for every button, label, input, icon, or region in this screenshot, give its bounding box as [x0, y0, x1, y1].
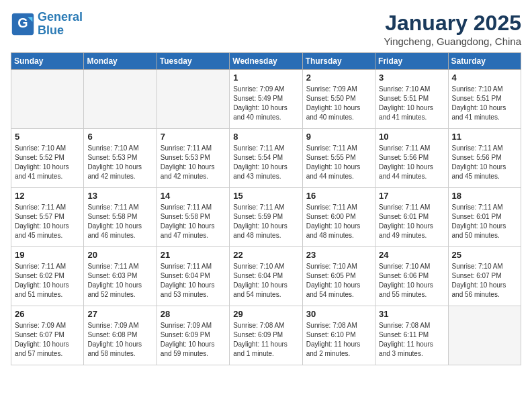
calendar-cell: [448, 306, 521, 365]
day-number: 8: [233, 132, 298, 142]
weekday-header: Monday: [84, 53, 157, 70]
cell-info: Sunrise: 7:11 AM Sunset: 6:01 PM Dayligh…: [379, 203, 444, 240]
calendar-cell: 3Sunrise: 7:10 AM Sunset: 5:51 PM Daylig…: [375, 70, 448, 129]
cell-info: Sunrise: 7:11 AM Sunset: 5:58 PM Dayligh…: [87, 203, 152, 240]
day-number: 2: [306, 73, 371, 83]
location: Yingcheng, Guangdong, China: [384, 36, 521, 47]
day-number: 11: [452, 132, 517, 142]
day-number: 12: [15, 191, 80, 201]
calendar-week-row: 19Sunrise: 7:11 AM Sunset: 6:02 PM Dayli…: [11, 247, 521, 306]
day-number: 27: [87, 309, 152, 319]
cell-info: Sunrise: 7:10 AM Sunset: 5:51 PM Dayligh…: [452, 85, 517, 122]
cell-info: Sunrise: 7:11 AM Sunset: 5:57 PM Dayligh…: [15, 203, 80, 240]
svg-text:G: G: [17, 15, 28, 30]
calendar-cell: 9Sunrise: 7:11 AM Sunset: 5:55 PM Daylig…: [302, 129, 375, 188]
calendar-cell: 13Sunrise: 7:11 AM Sunset: 5:58 PM Dayli…: [84, 188, 157, 247]
weekday-header: Saturday: [448, 53, 521, 70]
month-title: January 2025: [384, 11, 521, 36]
cell-info: Sunrise: 7:11 AM Sunset: 6:02 PM Dayligh…: [15, 262, 80, 300]
day-number: 9: [306, 132, 371, 142]
cell-info: Sunrise: 7:11 AM Sunset: 6:03 PM Dayligh…: [87, 262, 152, 300]
calendar-cell: 10Sunrise: 7:11 AM Sunset: 5:56 PM Dayli…: [375, 129, 448, 188]
calendar-week-row: 1Sunrise: 7:09 AM Sunset: 5:49 PM Daylig…: [11, 70, 521, 129]
calendar-cell: 22Sunrise: 7:10 AM Sunset: 6:04 PM Dayli…: [230, 247, 302, 306]
logo: G General Blue: [11, 11, 83, 38]
day-number: 23: [306, 250, 371, 260]
calendar-cell: 21Sunrise: 7:11 AM Sunset: 6:04 PM Dayli…: [157, 247, 229, 306]
cell-info: Sunrise: 7:11 AM Sunset: 5:56 PM Dayligh…: [379, 144, 444, 181]
calendar-week-row: 26Sunrise: 7:09 AM Sunset: 6:07 PM Dayli…: [11, 306, 521, 365]
calendar-cell: 17Sunrise: 7:11 AM Sunset: 6:01 PM Dayli…: [375, 188, 448, 247]
calendar-cell: 12Sunrise: 7:11 AM Sunset: 5:57 PM Dayli…: [11, 188, 84, 247]
calendar-cell: 18Sunrise: 7:11 AM Sunset: 6:01 PM Dayli…: [448, 188, 521, 247]
calendar-cell: 19Sunrise: 7:11 AM Sunset: 6:02 PM Dayli…: [11, 247, 84, 306]
cell-info: Sunrise: 7:11 AM Sunset: 5:59 PM Dayligh…: [233, 203, 298, 240]
day-number: 5: [15, 132, 80, 142]
day-number: 7: [161, 132, 226, 142]
cell-info: Sunrise: 7:10 AM Sunset: 6:05 PM Dayligh…: [306, 262, 371, 300]
cell-info: Sunrise: 7:11 AM Sunset: 5:56 PM Dayligh…: [452, 144, 517, 181]
calendar-week-row: 5Sunrise: 7:10 AM Sunset: 5:52 PM Daylig…: [11, 129, 521, 188]
day-number: 14: [161, 191, 226, 201]
calendar-cell: [157, 70, 229, 129]
day-number: 31: [379, 309, 444, 319]
calendar-cell: 2Sunrise: 7:09 AM Sunset: 5:50 PM Daylig…: [302, 70, 375, 129]
calendar-cell: 28Sunrise: 7:09 AM Sunset: 6:09 PM Dayli…: [157, 306, 229, 365]
weekday-header-row: SundayMondayTuesdayWednesdayThursdayFrid…: [11, 53, 521, 70]
cell-info: Sunrise: 7:09 AM Sunset: 6:08 PM Dayligh…: [87, 321, 152, 359]
weekday-header: Wednesday: [230, 53, 302, 70]
calendar-cell: 7Sunrise: 7:11 AM Sunset: 5:53 PM Daylig…: [157, 129, 229, 188]
calendar-cell: 14Sunrise: 7:11 AM Sunset: 5:58 PM Dayli…: [157, 188, 229, 247]
calendar-cell: 6Sunrise: 7:10 AM Sunset: 5:53 PM Daylig…: [84, 129, 157, 188]
page-header: G General Blue January 2025 Yingcheng, G…: [11, 11, 521, 47]
calendar-cell: [84, 70, 157, 129]
cell-info: Sunrise: 7:08 AM Sunset: 6:11 PM Dayligh…: [379, 321, 444, 359]
weekday-header: Sunday: [11, 53, 84, 70]
calendar-cell: 23Sunrise: 7:10 AM Sunset: 6:05 PM Dayli…: [302, 247, 375, 306]
day-number: 4: [452, 73, 517, 83]
calendar-cell: 4Sunrise: 7:10 AM Sunset: 5:51 PM Daylig…: [448, 70, 521, 129]
day-number: 1: [233, 73, 298, 83]
cell-info: Sunrise: 7:10 AM Sunset: 6:07 PM Dayligh…: [452, 262, 517, 300]
day-number: 18: [452, 191, 517, 201]
cell-info: Sunrise: 7:09 AM Sunset: 5:50 PM Dayligh…: [306, 85, 371, 122]
calendar-cell: 31Sunrise: 7:08 AM Sunset: 6:11 PM Dayli…: [375, 306, 448, 365]
logo-text: General Blue: [38, 11, 83, 38]
day-number: 19: [15, 250, 80, 260]
day-number: 20: [87, 250, 152, 260]
calendar-cell: 26Sunrise: 7:09 AM Sunset: 6:07 PM Dayli…: [11, 306, 84, 365]
day-number: 29: [233, 309, 298, 319]
day-number: 28: [161, 309, 226, 319]
day-number: 15: [233, 191, 298, 201]
cell-info: Sunrise: 7:10 AM Sunset: 5:52 PM Dayligh…: [15, 144, 80, 181]
calendar-cell: [11, 70, 84, 129]
cell-info: Sunrise: 7:11 AM Sunset: 5:55 PM Dayligh…: [306, 144, 371, 181]
weekday-header: Thursday: [302, 53, 375, 70]
calendar-cell: 20Sunrise: 7:11 AM Sunset: 6:03 PM Dayli…: [84, 247, 157, 306]
calendar-cell: 27Sunrise: 7:09 AM Sunset: 6:08 PM Dayli…: [84, 306, 157, 365]
cell-info: Sunrise: 7:10 AM Sunset: 6:06 PM Dayligh…: [379, 262, 444, 300]
calendar-cell: 29Sunrise: 7:08 AM Sunset: 6:09 PM Dayli…: [230, 306, 302, 365]
day-number: 10: [379, 132, 444, 142]
cell-info: Sunrise: 7:11 AM Sunset: 6:01 PM Dayligh…: [452, 203, 517, 240]
cell-info: Sunrise: 7:11 AM Sunset: 5:53 PM Dayligh…: [161, 144, 226, 181]
cell-info: Sunrise: 7:11 AM Sunset: 6:00 PM Dayligh…: [306, 203, 371, 240]
cell-info: Sunrise: 7:11 AM Sunset: 6:04 PM Dayligh…: [161, 262, 226, 300]
day-number: 30: [306, 309, 371, 319]
title-block: January 2025 Yingcheng, Guangdong, China: [384, 11, 521, 47]
weekday-header: Tuesday: [157, 53, 229, 70]
day-number: 22: [233, 250, 298, 260]
logo-icon: G: [11, 12, 35, 36]
calendar-cell: 15Sunrise: 7:11 AM Sunset: 5:59 PM Dayli…: [230, 188, 302, 247]
weekday-header: Friday: [375, 53, 448, 70]
cell-info: Sunrise: 7:10 AM Sunset: 6:04 PM Dayligh…: [233, 262, 298, 300]
calendar-cell: 30Sunrise: 7:08 AM Sunset: 6:10 PM Dayli…: [302, 306, 375, 365]
day-number: 25: [452, 250, 517, 260]
calendar-cell: 1Sunrise: 7:09 AM Sunset: 5:49 PM Daylig…: [230, 70, 302, 129]
cell-info: Sunrise: 7:08 AM Sunset: 6:10 PM Dayligh…: [306, 321, 371, 359]
cell-info: Sunrise: 7:09 AM Sunset: 6:09 PM Dayligh…: [161, 321, 226, 359]
day-number: 13: [87, 191, 152, 201]
calendar-cell: 11Sunrise: 7:11 AM Sunset: 5:56 PM Dayli…: [448, 129, 521, 188]
calendar-cell: 5Sunrise: 7:10 AM Sunset: 5:52 PM Daylig…: [11, 129, 84, 188]
calendar-cell: 16Sunrise: 7:11 AM Sunset: 6:00 PM Dayli…: [302, 188, 375, 247]
